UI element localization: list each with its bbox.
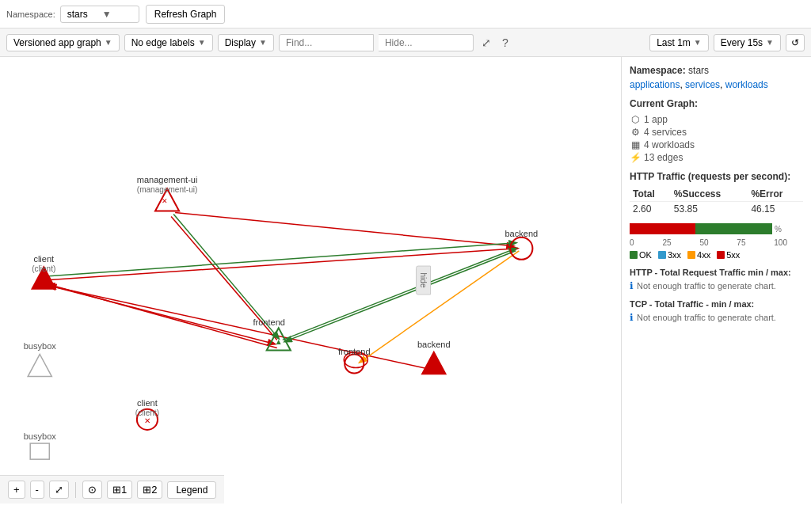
namespace-panel-label: Namespace: (630, 65, 686, 76)
svg-marker-26 (422, 352, 446, 374)
http-traffic-title: HTTP Traffic (requests per second): (630, 171, 803, 182)
fit-button[interactable]: ⤢ (49, 481, 69, 499)
zoom-out-button[interactable]: - (30, 481, 44, 499)
node-backend-bottom: backend (417, 340, 451, 374)
svg-line-8 (285, 251, 516, 342)
http-success-value: 53.85 (671, 202, 748, 217)
display-dropdown[interactable]: Display ▼ (218, 34, 274, 51)
main-content: ✕ management-ui (management-ui) client (… (0, 57, 811, 504)
scale-100: 100 (774, 238, 787, 247)
http-error-value: 46.15 (748, 202, 803, 217)
graph-svg: ✕ management-ui (management-ui) client (… (0, 57, 621, 504)
traffic-bar (630, 223, 772, 234)
ok-dot (630, 251, 638, 259)
node-management-ui: ✕ management-ui (management-ui) (137, 175, 198, 211)
graph-services-count: 4 services (644, 127, 687, 138)
http-col-success: %Success (671, 187, 748, 202)
http-traffic-table: Total %Success %Error 2.60 53.85 46.15 (630, 187, 803, 216)
5xx-dot (717, 251, 725, 259)
top-toolbar: Namespace: stars ▼ Refresh Graph (0, 0, 811, 28)
tcp-title: TCP - Total Traffic - min / max: (630, 299, 803, 309)
bar-red (630, 223, 695, 234)
bar-scale: 0 25 50 75 100 (630, 238, 803, 247)
namespace-label: Namespace: (6, 10, 55, 19)
tcp-no-traffic: ℹ Not enough traffic to generate chart. (630, 312, 803, 323)
node-backend-top: backend (504, 229, 538, 260)
last-time-dropdown[interactable]: Last 1m ▼ (649, 34, 709, 51)
hide-panel-tab[interactable]: hide (416, 266, 431, 295)
graph-workloads-count: 4 workloads (644, 139, 695, 150)
chevron-down-icon: ▼ (105, 38, 112, 47)
total-request-msg: Not enough traffic to generate chart. (637, 281, 776, 291)
total-request-section: HTTP - Total Request Traffic min / max: … (630, 268, 803, 291)
chevron-down-icon: ▼ (259, 38, 267, 47)
fullscreen-button[interactable]: ⤢ (478, 35, 494, 51)
svg-line-6 (46, 243, 516, 276)
total-request-title: HTTP - Total Request Traffic min / max: (630, 268, 803, 277)
legend-5xx: 5xx (717, 250, 740, 260)
services-link[interactable]: services (685, 79, 720, 90)
last-time-label: Last 1m (657, 37, 691, 48)
graph-edges-item: ⚡ 13 edges (630, 152, 803, 163)
svg-marker-28 (28, 354, 51, 376)
applications-link[interactable]: applications (630, 79, 680, 90)
svg-text:▲: ▲ (275, 337, 283, 346)
service-icon: ⚙ (630, 127, 641, 138)
bar-green (695, 223, 772, 234)
svg-text:backend: backend (504, 229, 538, 238)
node-client-top: client (client) (32, 254, 55, 289)
svg-text:client: client (137, 398, 158, 408)
bottom-toolbar: + - ⤢ ⊙ ⊞1 ⊞2 Legend (0, 475, 224, 504)
display-label: Display (225, 37, 256, 48)
graph-type-label: Versioned app graph (13, 37, 101, 48)
scale-25: 25 (662, 238, 671, 247)
svg-text:✕: ✕ (162, 197, 168, 205)
svg-line-4 (48, 284, 276, 348)
info-icon-total: ℹ (630, 280, 634, 291)
graph-type-dropdown[interactable]: Versioned app graph ▼ (6, 34, 120, 51)
namespace-links[interactable]: applications, services, workloads (630, 79, 803, 90)
4xx-label: 4xx (697, 250, 710, 260)
svg-text:frontend: frontend (338, 347, 371, 356)
total-request-no-traffic: ℹ Not enough traffic to generate chart. (630, 280, 803, 291)
svg-text:(management-ui): (management-ui) (137, 185, 197, 194)
layout2-button[interactable]: ⊞2 (137, 481, 162, 499)
edge-labels-dropdown[interactable]: No edge labels ▼ (124, 34, 213, 51)
svg-text:(client): (client) (135, 408, 159, 417)
graph-apps-count: 1 app (644, 114, 668, 125)
graph-area[interactable]: ✕ management-ui (management-ui) client (… (0, 57, 621, 504)
edge-icon: ⚡ (630, 152, 641, 163)
legend-button[interactable]: Legend (167, 481, 216, 499)
3xx-dot (658, 251, 666, 259)
node-busybox-top: busybox (24, 341, 57, 376)
svg-text:busybox: busybox (24, 341, 57, 351)
workload-icon: ▦ (630, 139, 641, 150)
zoom-in-button[interactable]: + (8, 481, 25, 499)
every-time-dropdown[interactable]: Every 15s ▼ (714, 34, 781, 51)
second-toolbar: Versioned app graph ▼ No edge labels ▼ D… (0, 28, 811, 57)
node-busybox-bottom: busybox (24, 431, 57, 459)
layout-icon-button[interactable]: ⊙ (82, 481, 102, 499)
help-button[interactable]: ? (499, 35, 512, 51)
svg-line-2 (175, 213, 513, 246)
find-input[interactable] (279, 34, 374, 51)
namespace-dropdown[interactable]: stars ▼ (60, 6, 139, 23)
traffic-bar-wrapper: % 0 25 50 75 100 OK 3xx (630, 222, 803, 260)
graph-edges-count: 13 edges (644, 152, 683, 163)
svg-text:✕: ✕ (144, 416, 150, 425)
namespace-panel-value: stars (688, 65, 709, 76)
tcp-traffic-section: TCP - Total Traffic - min / max: ℹ Not e… (630, 299, 803, 323)
workloads-link[interactable]: workloads (725, 79, 768, 90)
refresh-graph-button[interactable]: Refresh Graph (146, 5, 226, 24)
separator (75, 482, 76, 498)
svg-rect-34 (30, 443, 49, 459)
chevron-down-icon: ▼ (766, 38, 774, 47)
hide-input[interactable] (379, 34, 474, 51)
layout1-button[interactable]: ⊞1 (107, 481, 132, 499)
refresh-cycle-button[interactable]: ↺ (786, 34, 805, 51)
namespace-line: Namespace: stars (630, 65, 803, 76)
http-col-error: %Error (748, 187, 803, 202)
svg-text:backend: backend (417, 340, 451, 349)
legend-3xx: 3xx (658, 250, 681, 260)
namespace-value: stars (67, 9, 97, 20)
